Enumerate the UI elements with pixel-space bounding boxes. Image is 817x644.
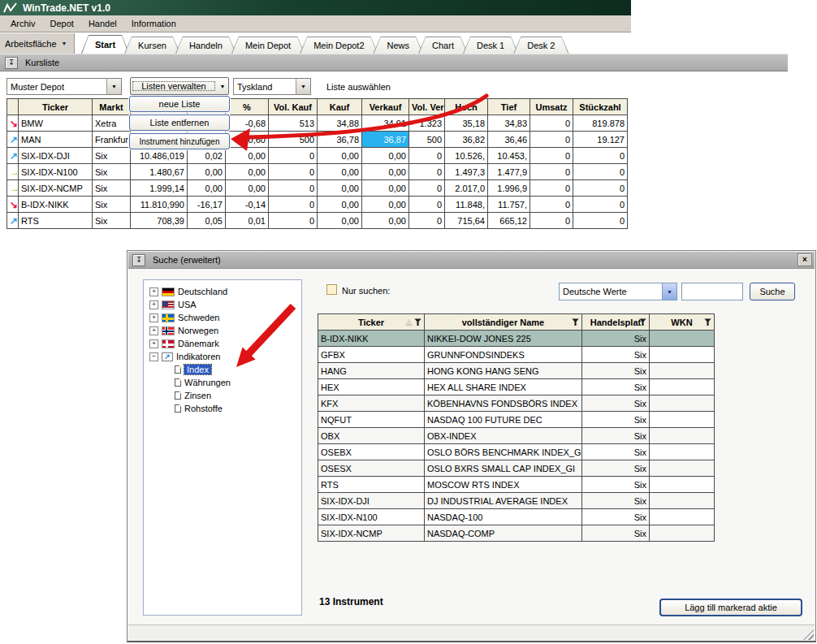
table-row[interactable]: SIX-IDX-N100NASDAQ-100 Six: [318, 509, 715, 525]
col-markt[interactable]: Markt: [93, 99, 131, 115]
expand-icon[interactable]: +: [149, 300, 158, 309]
table-row[interactable]: ↘ BMWXetra -0,68513 34,8834,91 1.32335,1…: [7, 115, 628, 132]
table-row[interactable]: OSEBXOSLO BÖRS BENCHMARK INDEX_GI Six: [318, 444, 715, 460]
chevron-down-icon: ▼: [62, 41, 67, 46]
tabs: Start Kursen Handeln Mein Depot Mein Dep…: [81, 35, 564, 54]
col-ticker[interactable]: Ticker: [318, 314, 425, 331]
add-selected-button[interactable]: Lägg till markerad aktie: [659, 599, 802, 616]
tab-news[interactable]: News: [374, 37, 424, 54]
results-header-row: Ticker vollständiger Name Handelsplat WK…: [318, 314, 715, 331]
col-stueckzahl[interactable]: Stückzahl: [573, 99, 628, 115]
table-row[interactable]: → SIX-IDX-N100Six 1.480,670,00 0,000 0,0…: [7, 164, 628, 180]
dialog-title: Suche (erweitert): [153, 255, 221, 265]
table-row[interactable]: HEXHEX ALL SHARE INDEX Six: [318, 379, 715, 395]
col-handelsplatz[interactable]: Handelsplat: [582, 314, 650, 331]
up-arrow-icon: ↗: [10, 216, 15, 226]
col-kauf[interactable]: Kauf: [318, 99, 362, 115]
col-hoch[interactable]: Hoch: [445, 99, 488, 115]
tree-item-waehrungen[interactable]: Währungen: [144, 376, 301, 389]
chevron-down-icon[interactable]: ▼: [106, 79, 121, 94]
table-row-selected[interactable]: B-IDX-NIKKNIKKEI-DOW JONES 225 Six: [318, 331, 715, 347]
tree-item-usa[interactable]: + USA: [144, 298, 301, 311]
filter-icon[interactable]: [704, 318, 711, 326]
filter-icon[interactable]: [639, 318, 646, 326]
table-row[interactable]: ↗ SIX-IDX-DJISix 10.486,0190,02 0,000 0,…: [7, 148, 628, 164]
table-row[interactable]: OBXOBX-INDEX Six: [318, 428, 715, 444]
tree-item-norwegen[interactable]: + Norwegen: [144, 324, 301, 337]
col-umsatz[interactable]: Umsatz: [530, 99, 573, 115]
expand-icon[interactable]: +: [149, 287, 158, 296]
tree-item-index[interactable]: Index: [144, 363, 301, 376]
filter-icon[interactable]: [572, 318, 579, 326]
tree-item-daenemark[interactable]: + Dänemark: [144, 337, 301, 350]
table-row[interactable]: SIX-IDX-DJIDJ INDUSTRIAL AVERAGE INDEX S…: [318, 493, 715, 509]
col-tief[interactable]: Tief: [488, 99, 530, 115]
tab-desk-2[interactable]: Desk 2: [513, 37, 568, 54]
tab-kursen[interactable]: Kursen: [124, 37, 180, 54]
liste-entfernen-button[interactable]: Liste entfernen: [129, 115, 230, 131]
close-button[interactable]: ×: [798, 253, 812, 266]
tab-mein-depot[interactable]: Mein Depot: [231, 37, 305, 54]
tab-desk-1[interactable]: Desk 1: [463, 37, 518, 54]
tab-chart[interactable]: Chart: [418, 37, 468, 54]
trend-column-header[interactable]: [7, 99, 19, 115]
table-row[interactable]: ↗ MANFrankfurt 0,60500 36,7836,87 50036,…: [7, 132, 628, 148]
table-row[interactable]: ↘ B-IDX-NIKKSix 11.810,990-16,17 -0,140 …: [7, 197, 628, 213]
collapse-icon[interactable]: −: [149, 352, 158, 361]
dock-icon[interactable]: ↧: [132, 254, 145, 266]
col-verkauf[interactable]: Verkauf: [362, 99, 409, 115]
menu-item-depot[interactable]: Depot: [43, 17, 81, 30]
menu-item-handel[interactable]: Handel: [81, 17, 124, 30]
col-vol-ver[interactable]: Vol. Ver: [409, 99, 445, 115]
col-ticker[interactable]: Ticker: [19, 99, 93, 115]
tree-item-indikatoren[interactable]: − ↗ Indikatoren: [144, 350, 301, 363]
dock-icon[interactable]: ↧: [5, 57, 18, 69]
tree-item-schweden[interactable]: + Schweden: [144, 311, 301, 324]
resize-grip-icon[interactable]: [803, 629, 814, 640]
table-row[interactable]: OSESXOSLO BXRS SMALL CAP INDEX_GI Six: [318, 460, 715, 477]
table-row[interactable]: HANGHONG KONG HANG SENG Six: [318, 363, 715, 379]
title-bar: WinTrade.NET v1.0: [0, 0, 631, 15]
tab-mein-depot2[interactable]: Mein Depot2: [300, 37, 378, 54]
expand-icon[interactable]: +: [149, 339, 158, 348]
workspace-button[interactable]: Arbeitsfläche ▼: [0, 33, 75, 54]
tree-item-rohstoffe[interactable]: Rohstoffe: [144, 402, 301, 415]
filter-icon[interactable]: [414, 318, 421, 326]
table-row[interactable]: SIX-IDX-NCMPNASDAQ-COMP Six: [318, 525, 715, 542]
tree-item-deutschland[interactable]: + Deutschland: [144, 285, 301, 298]
chevron-down-icon[interactable]: ▼: [662, 283, 677, 300]
col-vol-kauf[interactable]: Vol. Kauf: [269, 99, 318, 115]
col-percent[interactable]: %: [226, 99, 269, 115]
table-row[interactable]: GFBXGRUNNFONDSINDEKS Six: [318, 347, 715, 363]
table-row[interactable]: ↗ RTSSix 708,390,05 0,010 0,000,00 0715,…: [7, 213, 628, 229]
expand-icon[interactable]: +: [149, 326, 158, 335]
menu-item-information[interactable]: Information: [124, 17, 184, 30]
search-button[interactable]: Suche: [750, 283, 795, 300]
neue-liste-button[interactable]: neue Liste: [129, 96, 230, 112]
workspace-button-label: Arbeitsfläche: [5, 39, 57, 49]
nur-suchen-checkbox[interactable]: [326, 284, 337, 295]
table-row[interactable]: NQFUTNASDAQ 100 FUTURE DEC Six: [318, 412, 715, 428]
depot-select[interactable]: Muster Depot ▼: [6, 78, 122, 95]
tree-item-zinsen[interactable]: Zinsen: [144, 389, 301, 402]
col-name[interactable]: vollständiger Name: [425, 314, 582, 331]
results-table: Ticker vollständiger Name Handelsplat WK…: [318, 313, 715, 542]
search-input[interactable]: [681, 283, 743, 300]
chevron-down-icon[interactable]: ▼: [296, 79, 310, 94]
table-row[interactable]: RTSMOSCOW RTS INDEX Six: [318, 477, 715, 493]
panel-title: Kursliste: [25, 58, 59, 67]
country-select[interactable]: Tyskland ▼: [233, 78, 311, 95]
preset-select[interactable]: Deutsche Werte ▼: [559, 283, 677, 300]
tab-handeln[interactable]: Handeln: [175, 37, 236, 54]
norway-flag-icon: [162, 326, 175, 335]
right-arrow-icon: →: [10, 184, 15, 193]
listen-verwalten-button[interactable]: Listen verwalten ▼: [130, 77, 229, 95]
instrument-hinzufuegen-button[interactable]: Instrument hinzufügen: [129, 133, 230, 149]
window-title: WinTrade.NET v1.0: [23, 2, 110, 14]
menu-item-archiv[interactable]: Archiv: [3, 17, 43, 30]
col-wkn[interactable]: WKN: [650, 314, 715, 331]
expand-icon[interactable]: +: [149, 313, 158, 322]
table-row[interactable]: → SIX-IDX-NCMPSix 1.999,140,00 0,000 0,0…: [7, 180, 628, 197]
table-row[interactable]: KFXKÖBENHAVNS FONDSBÖRS INDEX Six: [318, 395, 715, 412]
tab-start[interactable]: Start: [81, 35, 129, 54]
